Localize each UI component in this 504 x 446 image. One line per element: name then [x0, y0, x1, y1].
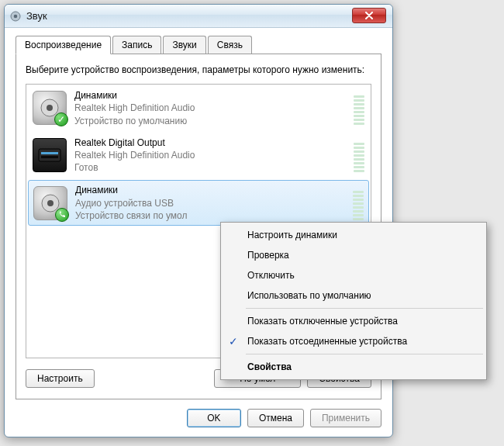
phone-badge-icon [55, 208, 69, 222]
tab-sounds[interactable]: Звуки [163, 36, 205, 54]
menu-label: Настроить динамики [247, 230, 337, 240]
menu-separator [246, 308, 483, 309]
apply-button[interactable]: Применить [310, 409, 381, 427]
default-check-icon: ✓ [54, 112, 68, 126]
menu-separator [246, 354, 483, 354]
device-text: Динамики Realtek High Definition Audio У… [74, 89, 349, 127]
tab-comm[interactable]: Связь [208, 36, 252, 54]
menu-label: Показать отсоединенные устройства [247, 336, 407, 347]
menu-label: Отключить [247, 270, 295, 281]
svg-point-1 [14, 14, 18, 18]
tab-record[interactable]: Запись [112, 36, 161, 54]
close-icon [364, 12, 374, 19]
instruction-text: Выберите устройство воспроизведения, пар… [26, 64, 371, 76]
title-bar[interactable]: Звук [5, 5, 392, 28]
svg-rect-4 [39, 149, 60, 161]
configure-button[interactable]: Настроить [26, 369, 95, 388]
ok-button[interactable]: OK [187, 409, 241, 427]
tab-strip: Воспроизведение Запись Звуки Связь [16, 36, 381, 54]
menu-set-default[interactable]: Использовать по умолчанию [223, 285, 485, 306]
close-button[interactable] [352, 8, 386, 23]
menu-disable[interactable]: Отключить [223, 265, 485, 285]
device-status: Устройство связи по умол [75, 209, 348, 222]
svg-rect-5 [41, 152, 58, 154]
check-icon: ✓ [229, 335, 238, 347]
device-name: Динамики [75, 184, 348, 196]
level-meter [354, 138, 364, 172]
device-driver: Realtek High Definition Audio [74, 149, 349, 161]
device-text: Realtek Digital Output Realtek High Defi… [74, 137, 349, 175]
list-item[interactable]: Динамики Аудио устройства USB Устройство… [28, 180, 369, 226]
menu-show-disabled[interactable]: Показать отключенные устройства [223, 311, 485, 331]
device-driver: Realtek High Definition Audio [74, 102, 349, 114]
tab-playback[interactable]: Воспроизведение [16, 36, 111, 54]
level-meter [354, 91, 364, 125]
device-status: Готов [74, 161, 349, 174]
menu-configure-speakers[interactable]: Настроить динамики [223, 225, 485, 245]
device-name: Realtek Digital Output [74, 137, 349, 149]
menu-properties[interactable]: Свойства [223, 357, 485, 377]
speaker-icon: ✓ [33, 91, 67, 125]
menu-label: Свойства [247, 361, 292, 372]
context-menu: Настроить динамики Проверка Отключить Ис… [220, 222, 487, 380]
list-item[interactable]: Realtek Digital Output Realtek High Defi… [26, 132, 371, 179]
menu-label: Использовать по умолчанию [247, 290, 371, 301]
device-driver: Аудио устройства USB [75, 197, 348, 209]
cancel-button[interactable]: Отмена [247, 409, 304, 427]
speaker-icon [33, 186, 67, 220]
menu-label: Проверка [247, 250, 289, 261]
device-status: Устройство по умолчанию [74, 115, 349, 127]
menu-label: Показать отключенные устройства [247, 316, 398, 327]
window-title: Звук [26, 10, 47, 22]
digital-output-icon [33, 138, 67, 172]
sound-icon [9, 10, 22, 22]
dialog-button-row: OK Отмена Применить [16, 409, 381, 427]
svg-point-3 [47, 105, 53, 111]
device-text: Динамики Аудио устройства USB Устройство… [75, 184, 348, 222]
menu-show-disconnected[interactable]: ✓ Показать отсоединенные устройства [223, 331, 485, 351]
list-item[interactable]: ✓ Динамики Realtek High Definition Audio… [26, 85, 371, 132]
svg-point-8 [47, 200, 54, 206]
level-meter [353, 186, 364, 220]
device-name: Динамики [74, 89, 349, 102]
menu-test[interactable]: Проверка [223, 245, 485, 265]
svg-rect-6 [41, 156, 58, 158]
